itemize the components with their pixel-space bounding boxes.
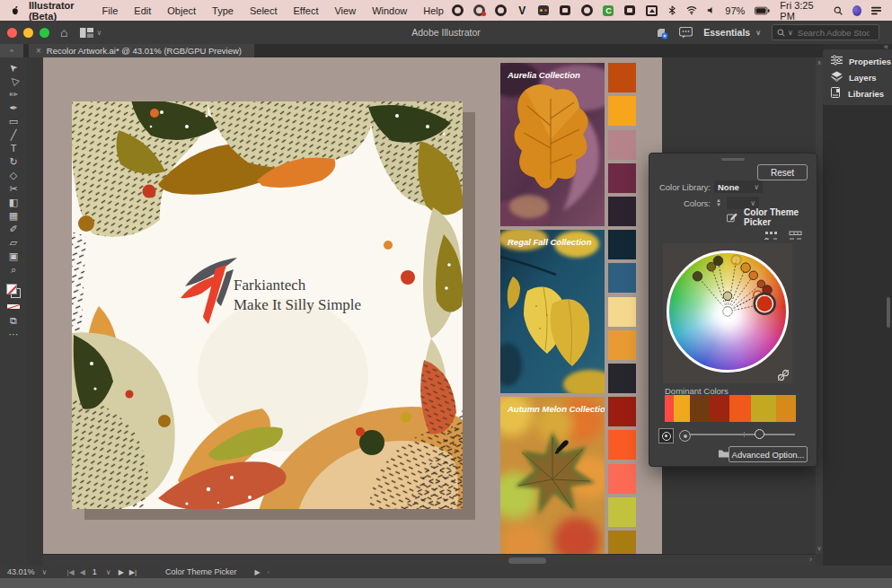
dominant-color-segment[interactable] xyxy=(674,395,690,422)
artboard-tool[interactable]: ▣ xyxy=(4,250,23,263)
selection-tool[interactable]: ➤ xyxy=(4,61,23,75)
vibrance-slider[interactable] xyxy=(689,434,795,435)
tabbar-overflow-button[interactable]: » xyxy=(0,44,23,57)
colors-stepper[interactable]: ▲▼ xyxy=(714,197,723,209)
menubar-app-name[interactable]: Illustrator (Beta) xyxy=(29,0,87,22)
color-swatch[interactable] xyxy=(608,63,636,92)
menu-view[interactable]: View xyxy=(326,5,364,16)
panel-tab-layers[interactable]: Layers xyxy=(823,69,892,85)
dialog-drag-handle[interactable] xyxy=(721,158,745,161)
color-swatch[interactable] xyxy=(608,397,636,426)
document-tab[interactable]: × Recolor Artwork.ai* @ 43.01% (RGB/GPU … xyxy=(29,44,254,57)
menu-effect[interactable]: Effect xyxy=(286,5,327,16)
color-swatch[interactable] xyxy=(608,497,636,527)
wheel-color-marker[interactable] xyxy=(741,263,751,273)
menu-type[interactable]: Type xyxy=(204,5,242,16)
battery-icon[interactable] xyxy=(755,6,770,15)
panel-tab-properties[interactable]: Properties xyxy=(823,53,892,69)
reset-button[interactable]: Reset xyxy=(757,164,808,180)
color-swatch[interactable] xyxy=(608,263,636,293)
dominant-color-segment[interactable] xyxy=(729,395,752,422)
screen-mirroring-icon[interactable] xyxy=(646,4,658,16)
color-swatch[interactable] xyxy=(608,230,636,259)
recolor-mode-button[interactable] xyxy=(679,430,691,442)
color-swatch[interactable] xyxy=(608,163,636,193)
last-artboard-icon[interactable]: ▶| xyxy=(129,568,137,576)
color-none-bar[interactable] xyxy=(7,304,20,309)
gradient-tool[interactable]: ◧ xyxy=(4,196,23,209)
rotate-tool[interactable]: ↻ xyxy=(4,155,23,169)
paintbrush-tool[interactable]: ✐ xyxy=(4,223,23,236)
direct-selection-tool[interactable]: ▷ xyxy=(4,75,23,88)
dominant-color-segment[interactable] xyxy=(776,395,796,422)
feedback-chat-icon[interactable] xyxy=(679,27,693,39)
dominant-color-segment[interactable] xyxy=(751,395,776,422)
previous-artboard-icon[interactable]: ◀ xyxy=(80,568,85,576)
scroll-up-arrow-icon[interactable]: ∧ xyxy=(816,59,823,66)
horizontal-scrollbar[interactable]: › xyxy=(43,554,816,566)
color-library-dropdown[interactable]: None ∨ xyxy=(714,180,763,193)
v-app-icon[interactable]: V xyxy=(517,4,528,16)
scroll-right-arrow-icon[interactable]: › xyxy=(809,555,812,564)
volume-icon[interactable] xyxy=(707,5,715,15)
zoom-dropdown-chevron[interactable]: ∨ xyxy=(42,568,48,576)
panel-tab-libraries[interactable]: Libraries xyxy=(823,85,892,101)
workspace-switcher[interactable]: Essentials ∨ xyxy=(703,27,761,38)
first-artboard-icon[interactable]: |◀ xyxy=(66,568,74,576)
circle-app-icon[interactable] xyxy=(581,4,593,16)
menu-help[interactable]: Help xyxy=(415,5,452,16)
menu-file[interactable]: File xyxy=(94,5,127,16)
keynote-icon[interactable] xyxy=(560,4,571,16)
menu-select[interactable]: Select xyxy=(242,5,286,16)
share-document-icon[interactable] xyxy=(655,26,668,39)
recolor-mode-selected-button[interactable] xyxy=(658,428,674,443)
drawing-modes-button[interactable]: ⧉ xyxy=(4,314,23,328)
artboard-dropdown-chevron[interactable]: ∨ xyxy=(106,568,111,576)
control-center-icon[interactable] xyxy=(871,5,881,15)
artboard-number[interactable]: 1 xyxy=(93,567,97,576)
menu-edit[interactable]: Edit xyxy=(126,5,159,16)
shape-builder-tool[interactable]: ▱ xyxy=(4,236,23,250)
rectangle-tool[interactable]: ▭ xyxy=(4,115,23,128)
dock-scroll-thumb[interactable] xyxy=(887,297,890,328)
zoom-tool[interactable]: ⌕ xyxy=(4,263,23,276)
color-swatch[interactable] xyxy=(608,364,636,393)
c-app-icon[interactable]: C xyxy=(603,4,614,16)
advanced-options-button[interactable]: Advanced Option... xyxy=(729,446,808,462)
shaper-tool[interactable]: ◇ xyxy=(4,169,23,182)
fill-stroke-indicator[interactable] xyxy=(6,284,21,298)
color-swatch[interactable] xyxy=(608,96,636,126)
color-swatch[interactable] xyxy=(608,130,636,160)
color-swatch[interactable] xyxy=(608,430,636,460)
color-bar-display-icon[interactable] xyxy=(789,231,802,241)
shutter-icon[interactable] xyxy=(495,4,507,16)
record-icon[interactable] xyxy=(452,4,464,16)
scroll-down-arrow-icon[interactable]: ∨ xyxy=(816,545,823,552)
droplet-app-icon[interactable] xyxy=(538,4,550,16)
mesh-tool[interactable]: ▦ xyxy=(4,209,23,223)
type-tool[interactable]: T xyxy=(4,142,23,155)
unlink-harmony-icon[interactable] xyxy=(777,369,790,382)
scissors-tool[interactable]: ✂ xyxy=(4,182,23,196)
menu-object[interactable]: Object xyxy=(159,5,204,16)
wifi-icon[interactable] xyxy=(686,5,697,15)
color-swatch[interactable] xyxy=(608,330,636,360)
camera-app-icon[interactable] xyxy=(624,4,636,16)
siri-icon[interactable] xyxy=(852,5,861,16)
color-meter-icon[interactable] xyxy=(473,4,485,16)
zoom-level[interactable]: 43.01% xyxy=(7,567,35,576)
wheel-color-marker[interactable] xyxy=(731,255,741,265)
dominant-color-segment[interactable] xyxy=(665,395,674,422)
horizontal-scroll-thumb[interactable] xyxy=(508,557,546,564)
wheel-color-marker[interactable] xyxy=(749,271,758,280)
wheel-color-marker[interactable] xyxy=(723,292,732,301)
spotlight-search-icon[interactable] xyxy=(834,5,843,16)
dominant-color-segment[interactable] xyxy=(710,395,729,422)
menubar-clock[interactable]: Fri 3:25 PM xyxy=(780,0,823,22)
wheel-color-marker[interactable] xyxy=(713,256,723,266)
color-wheel-markers[interactable] xyxy=(667,250,789,373)
color-swatch[interactable] xyxy=(608,197,636,226)
photo-autumn-melon-collection[interactable]: Autumn Melon Collection xyxy=(500,397,605,560)
wheel-color-marker[interactable] xyxy=(693,271,702,281)
color-order-icon[interactable] xyxy=(764,231,778,241)
